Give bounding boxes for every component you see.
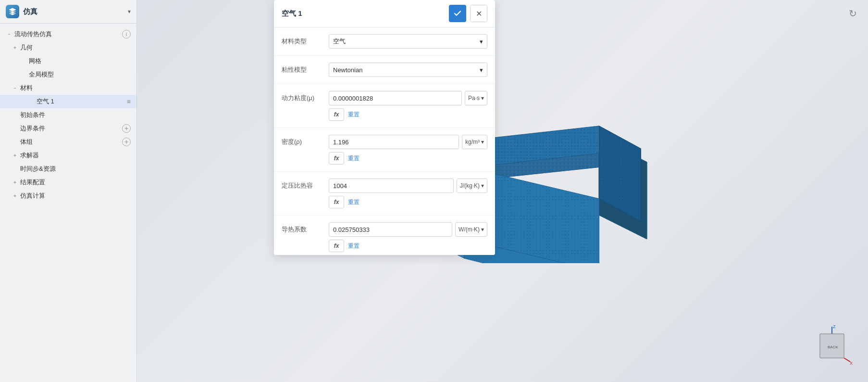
- input-row-thermal-conductivity: W/(m·K) ▾: [329, 222, 487, 237]
- sidebar-item-geometry[interactable]: ＋ 几何: [0, 41, 136, 54]
- field-thermal-conductivity: 导热系数 W/(m·K) ▾ fx 重置: [274, 216, 495, 255]
- sidebar-item-time-step[interactable]: 时间步&资源: [0, 162, 136, 176]
- sidebar-item-label-sim-calc: 仿真计算: [20, 191, 131, 200]
- expand-icon-geometry: ＋: [12, 44, 18, 51]
- svg-text:Z: Z: [833, 324, 836, 329]
- sidebar-item-label-solver: 求解器: [20, 151, 131, 160]
- chevron-down-icon-tc: ▾: [481, 226, 484, 233]
- app-logo: [6, 5, 19, 18]
- chevron-down-icon-density: ▾: [481, 139, 484, 145]
- expand-icon-air1: [28, 98, 35, 105]
- select-viscosity-model[interactable]: Newtonian ▾: [329, 63, 487, 77]
- panel-header: 空气 1 ✕: [274, 0, 495, 27]
- sidebar-item-volume-group[interactable]: 体组 ＋: [0, 135, 136, 149]
- unit-thermal-conductivity[interactable]: W/(m·K) ▾: [455, 222, 487, 237]
- input-area-dynamic-viscosity: Pa·s ▾ fx 重置: [329, 91, 487, 121]
- expand-icon-sim-calc: ＋: [12, 192, 18, 199]
- reset-button-density[interactable]: 重置: [348, 154, 360, 163]
- expand-icon-global-model: [20, 71, 27, 78]
- fx-button-thermal-conductivity[interactable]: fx: [329, 240, 344, 252]
- panel-confirm-button[interactable]: [449, 5, 466, 22]
- input-specific-heat[interactable]: [329, 178, 454, 193]
- sidebar-item-air1[interactable]: 空气 1 ≡: [0, 95, 136, 108]
- main-area: 空气 1 ✕ 材料类型 空气 ▾: [137, 0, 868, 382]
- actions-thermal-conductivity: fx 重置: [329, 240, 487, 252]
- input-area-material-type: 空气 ▾: [329, 34, 487, 49]
- field-dynamic-viscosity: 动力粘度(μ) Pa·s ▾ fx 重置: [274, 84, 495, 128]
- info-icon-flow-sim[interactable]: i: [122, 30, 131, 38]
- label-specific-heat: 定压比热容: [282, 178, 325, 190]
- sidebar-item-label-init-cond: 初始条件: [20, 111, 131, 119]
- fx-button-density[interactable]: fx: [329, 152, 344, 165]
- expand-icon-materials: －: [12, 85, 18, 91]
- expand-icon-boundary-cond: [12, 125, 18, 132]
- sidebar-item-boundary-cond[interactable]: 边界条件 ＋: [0, 122, 136, 135]
- sidebar-item-result-config[interactable]: ＋ 结果配置: [0, 176, 136, 189]
- field-viscosity-model: 粘性模型 Newtonian ▾: [274, 56, 495, 84]
- sidebar-item-init-cond[interactable]: 初始条件: [0, 108, 136, 122]
- fx-button-specific-heat[interactable]: fx: [329, 196, 344, 208]
- input-row-density: kg/m³ ▾: [329, 135, 487, 149]
- svg-text:X: X: [850, 361, 853, 366]
- reset-button-dynamic-viscosity[interactable]: 重置: [348, 111, 360, 119]
- sidebar: 仿真 ▾ － 流动传热仿真 i ＋ 几何 网格 全局模型 － 材料: [0, 0, 137, 382]
- input-area-viscosity-model: Newtonian ▾: [329, 63, 487, 77]
- sidebar-collapse-icon[interactable]: ▾: [128, 8, 131, 15]
- menu-icon-air1[interactable]: ≡: [127, 98, 131, 105]
- field-material-type: 材料类型 空气 ▾: [274, 27, 495, 56]
- chevron-down-icon-dv: ▾: [481, 95, 484, 102]
- input-area-density: kg/m³ ▾ fx 重置: [329, 135, 487, 165]
- expand-icon-mesh: [20, 58, 27, 64]
- viewport[interactable]: ↻: [137, 0, 868, 382]
- sidebar-item-materials[interactable]: － 材料: [0, 81, 136, 95]
- expand-icon-result-config: ＋: [12, 179, 18, 186]
- label-density: 密度(ρ): [282, 135, 325, 146]
- actions-specific-heat: fx 重置: [329, 196, 487, 208]
- chevron-down-icon-sh: ▾: [481, 182, 484, 189]
- sidebar-item-flow-sim[interactable]: － 流动传热仿真 i: [0, 27, 136, 41]
- unit-dynamic-viscosity[interactable]: Pa·s ▾: [465, 91, 487, 105]
- sidebar-item-label-result-config: 结果配置: [20, 178, 131, 187]
- chevron-down-icon-viscosity: ▾: [480, 66, 483, 74]
- sidebar-item-label-volume-group: 体组: [20, 138, 120, 146]
- svg-marker-19: [599, 126, 641, 221]
- expand-icon-volume-group: [12, 139, 18, 145]
- label-dynamic-viscosity: 动力粘度(μ): [282, 91, 325, 102]
- expand-icon-time-step: [12, 166, 18, 172]
- add-icon-volume-group[interactable]: ＋: [122, 138, 131, 146]
- sidebar-item-label-air1: 空气 1: [37, 97, 125, 106]
- fx-button-dynamic-viscosity[interactable]: fx: [329, 108, 344, 121]
- material-panel: 空气 1 ✕ 材料类型 空气 ▾: [274, 0, 495, 255]
- input-density[interactable]: [329, 135, 459, 149]
- field-density: 密度(ρ) kg/m³ ▾ fx 重置: [274, 128, 495, 172]
- label-thermal-conductivity: 导热系数: [282, 222, 325, 234]
- reset-button-specific-heat[interactable]: 重置: [348, 198, 360, 206]
- select-material-type[interactable]: 空气 ▾: [329, 34, 487, 49]
- actions-density: fx 重置: [329, 152, 487, 165]
- select-row-viscosity-model: Newtonian ▾: [329, 63, 487, 77]
- sidebar-item-solver[interactable]: ＋ 求解器: [0, 149, 136, 162]
- input-dynamic-viscosity[interactable]: [329, 91, 462, 105]
- sidebar-item-label-boundary-cond: 边界条件: [20, 124, 120, 133]
- axis-widget: Z X BACK: [810, 324, 854, 368]
- sidebar-item-sim-calc[interactable]: ＋ 仿真计算: [0, 189, 136, 203]
- sidebar-item-mesh[interactable]: 网格: [0, 54, 136, 68]
- reset-button-thermal-conductivity[interactable]: 重置: [348, 242, 360, 250]
- svg-text:BACK: BACK: [828, 345, 838, 349]
- sidebar-item-global-model[interactable]: 全局模型: [0, 68, 136, 81]
- input-row-specific-heat: J/(kg·K) ▾: [329, 178, 487, 193]
- sidebar-item-label-global-model: 全局模型: [29, 70, 131, 79]
- input-thermal-conductivity[interactable]: [329, 222, 452, 237]
- sidebar-item-label-flow-sim: 流动传热仿真: [14, 30, 120, 38]
- expand-icon-init-cond: [12, 112, 18, 118]
- add-icon-boundary-cond[interactable]: ＋: [122, 124, 131, 133]
- input-area-thermal-conductivity: W/(m·K) ▾ fx 重置: [329, 222, 487, 252]
- unit-density[interactable]: kg/m³ ▾: [462, 135, 487, 149]
- unit-specific-heat[interactable]: J/(kg·K) ▾: [457, 178, 487, 193]
- expand-icon-solver: ＋: [12, 152, 18, 159]
- sidebar-item-label-time-step: 时间步&资源: [20, 165, 131, 173]
- panel-close-button[interactable]: ✕: [470, 5, 487, 22]
- input-row-dynamic-viscosity: Pa·s ▾: [329, 91, 487, 105]
- chevron-down-icon: ▾: [480, 38, 483, 45]
- panel-body: 材料类型 空气 ▾ 粘性模型 Newtonian: [274, 27, 495, 255]
